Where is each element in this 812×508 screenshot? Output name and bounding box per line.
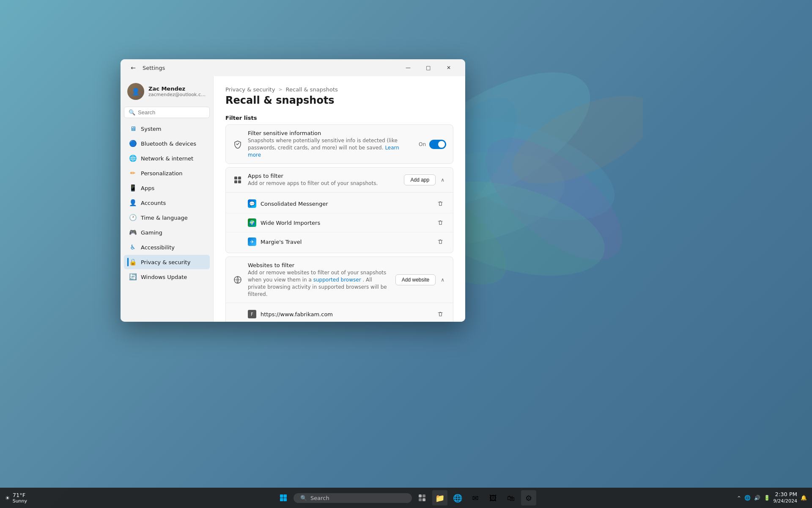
- svg-rect-14: [280, 494, 283, 498]
- explorer-icon: 📁: [435, 494, 444, 502]
- taskbar-search-label: Search: [310, 495, 329, 501]
- breadcrumb-separator: >: [278, 87, 282, 92]
- svg-rect-16: [280, 498, 283, 502]
- add-website-button[interactable]: Add website: [395, 274, 436, 285]
- sidebar-search-input[interactable]: [138, 109, 209, 116]
- settings-body: 👤 Zac Mendez zacmendez@outlook.com 🔍 🖥 S…: [121, 76, 465, 322]
- taskbar-icon-store[interactable]: 🛍: [503, 490, 518, 505]
- breadcrumb-current: Recall & snapshots: [286, 86, 338, 93]
- task-view-button[interactable]: [414, 490, 430, 505]
- sidebar-item-bluetooth[interactable]: 🔵 Bluetooth & devices: [124, 136, 210, 151]
- sidebar-item-personalization[interactable]: ✏ Personalization: [124, 166, 210, 180]
- apps-filter-desc: Add or remove apps to filter out of your…: [248, 180, 399, 187]
- taskbar-left: ☀ 71°F Sunny: [5, 492, 27, 504]
- sidebar-label-time: Time & language: [141, 215, 188, 221]
- sidebar-item-time[interactable]: 🕐 Time & language: [124, 210, 210, 225]
- taskbar-center: 🔍 Search 📁 🌐 ✉ 🖼 🛍 ⚙: [276, 490, 536, 505]
- weather-temp: 71°F: [13, 492, 27, 498]
- consolidated-messenger-icon: 💬: [248, 199, 256, 208]
- svg-point-6: [500, 77, 643, 202]
- user-email: zacmendez@outlook.com: [148, 92, 206, 97]
- user-profile[interactable]: 👤 Zac Mendez zacmendez@outlook.com: [124, 80, 210, 105]
- delete-wide-world-importers-button[interactable]: [434, 217, 446, 229]
- avatar: 👤: [127, 83, 144, 100]
- filter-sensitive-toggle[interactable]: [429, 140, 446, 149]
- fabrikam-url: https://www.fabrikam.com: [261, 311, 430, 318]
- svg-rect-18: [419, 494, 422, 497]
- start-button[interactable]: [276, 490, 291, 505]
- maximize-button[interactable]: □: [419, 61, 438, 75]
- taskbar-icon-photos[interactable]: 🖼: [486, 490, 501, 505]
- sidebar-item-windows-update[interactable]: 🔄 Windows Update: [124, 270, 210, 284]
- svg-rect-11: [238, 180, 241, 183]
- taskbar-icon-settings[interactable]: ⚙: [521, 490, 536, 505]
- websites-filter-chevron[interactable]: ∧: [439, 275, 446, 284]
- filter-sensitive-desc: Snapshots where potentially sensitive in…: [248, 137, 414, 158]
- delete-consolidated-messenger-button[interactable]: [434, 198, 446, 210]
- window-title: Settings: [143, 65, 395, 71]
- chevron-up-icon[interactable]: ^: [737, 496, 741, 500]
- websites-to-filter-header-row: Websites to filter Add or remove website…: [226, 257, 453, 303]
- websites-filter-desc: Add or remove websites to filter out of …: [248, 269, 390, 298]
- sidebar-item-network[interactable]: 🌐 Network & internet: [124, 151, 210, 166]
- taskbar-icon-mail[interactable]: ✉: [468, 490, 483, 505]
- taskbar-search-icon: 🔍: [300, 495, 307, 501]
- apps-filter-title: Apps to filter: [248, 173, 399, 179]
- taskbar-time[interactable]: 2:30 PM 9/24/2024: [774, 491, 797, 504]
- website-item-fabrikam: F https://www.fabrikam.com: [226, 305, 453, 322]
- taskbar-icon-edge[interactable]: 🌐: [450, 490, 465, 505]
- weather-widget[interactable]: ☀ 71°F Sunny: [5, 492, 27, 504]
- breadcrumb-parent[interactable]: Privacy & security: [225, 86, 275, 93]
- avatar-image: 👤: [127, 83, 144, 100]
- user-name: Zac Mendez: [148, 86, 206, 92]
- taskbar-icon-explorer[interactable]: 📁: [432, 490, 447, 505]
- svg-rect-15: [284, 494, 287, 498]
- sidebar-item-accounts[interactable]: 👤 Accounts: [124, 196, 210, 210]
- sidebar-item-privacy[interactable]: 🔒 Privacy & security: [124, 255, 210, 269]
- margies-travel-icon: ✈: [248, 237, 256, 246]
- time-icon: 🕐: [129, 214, 137, 221]
- sidebar-label-accounts: Accounts: [141, 200, 166, 206]
- clock-date: 9/24/2024: [774, 498, 797, 504]
- notification-icon[interactable]: 🔔: [801, 495, 807, 501]
- websites-to-filter-card: Websites to filter Add or remove website…: [225, 257, 453, 322]
- delete-fabrikam-button[interactable]: [434, 308, 446, 320]
- windows-update-icon: 🔄: [129, 273, 137, 281]
- supported-browser-link[interactable]: supported browser: [313, 277, 361, 283]
- settings-window: ← Settings — □ ✕ 👤 Zac Mendez zacmendez@…: [121, 59, 465, 322]
- fabrikam-icon: F: [248, 310, 256, 318]
- clock-time: 2:30 PM: [774, 491, 797, 498]
- network-tray-icon[interactable]: 🌐: [744, 495, 751, 501]
- sidebar-item-system[interactable]: 🖥 System: [124, 121, 210, 136]
- personalization-icon: ✏: [129, 169, 137, 177]
- edge-icon: 🌐: [453, 494, 462, 502]
- minimize-button[interactable]: —: [398, 61, 418, 75]
- sidebar-item-apps[interactable]: 📱 Apps: [124, 181, 210, 195]
- svg-rect-21: [422, 498, 425, 501]
- sidebar-label-gaming: Gaming: [141, 229, 162, 236]
- delete-margies-travel-button[interactable]: [434, 236, 446, 248]
- avatar-initial: 👤: [132, 88, 140, 96]
- back-button[interactable]: ←: [127, 62, 139, 74]
- svg-rect-20: [419, 498, 422, 501]
- add-app-button[interactable]: Add app: [404, 174, 436, 185]
- sidebar-label-bluetooth: Bluetooth & devices: [141, 141, 196, 147]
- apps-filter-chevron[interactable]: ∧: [439, 175, 446, 185]
- sidebar-label-apps: Apps: [141, 185, 154, 191]
- weather-icon: ☀: [5, 495, 10, 501]
- volume-icon[interactable]: 🔊: [754, 495, 760, 501]
- close-button[interactable]: ✕: [439, 61, 458, 75]
- sidebar-label-accessibility: Accessibility: [141, 244, 175, 251]
- sidebar-search-box[interactable]: 🔍: [124, 107, 210, 118]
- filter-sensitive-action: On: [419, 140, 446, 149]
- page-title: Recall & snapshots: [225, 94, 453, 106]
- taskbar-search[interactable]: 🔍 Search: [294, 493, 412, 503]
- svg-rect-8: [234, 177, 237, 179]
- sidebar-item-gaming[interactable]: 🎮 Gaming: [124, 225, 210, 240]
- filter-sensitive-row: Filter sensitive information Snapshots w…: [226, 125, 453, 163]
- battery-icon[interactable]: 🔋: [764, 495, 770, 501]
- app-item-wide-world-importers: 🌍 Wide World Importers: [226, 213, 453, 232]
- user-info: Zac Mendez zacmendez@outlook.com: [148, 86, 206, 97]
- apps-to-filter-header-row: Apps to filter Add or remove apps to fil…: [226, 168, 453, 193]
- sidebar-item-accessibility[interactable]: ♿ Accessibility: [124, 240, 210, 254]
